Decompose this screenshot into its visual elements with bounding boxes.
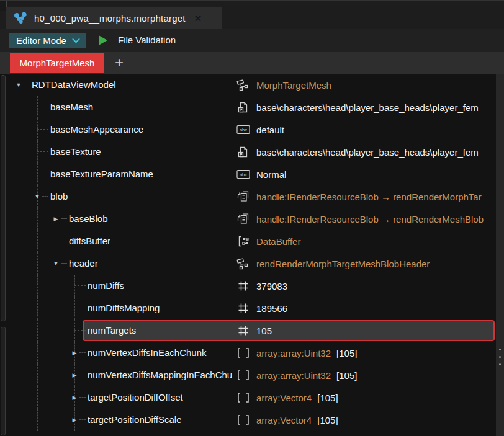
tree-panel: ▼RDTDataViewModelMorphTargetMeshbaseMesh… bbox=[0, 74, 496, 436]
property-name: baseMeshAppearance bbox=[50, 118, 143, 141]
tree-row-targetPositionDiffOffset[interactable]: ▶targetPositionDiffOffsetarray:Vector4[1… bbox=[0, 386, 496, 409]
splitter-grip-icon bbox=[499, 349, 501, 365]
property-value: base\characters\head\player_base_heads\p… bbox=[256, 102, 479, 113]
expander-closed-icon[interactable]: ▶ bbox=[50, 208, 62, 230]
right-splitter[interactable] bbox=[496, 74, 504, 436]
property-value-cell: rendRenderMorphTargetMeshBlobHeader bbox=[236, 252, 495, 275]
tree-connector bbox=[37, 129, 48, 130]
expander-closed-icon[interactable]: ▶ bbox=[68, 364, 81, 386]
class-icon bbox=[236, 79, 251, 91]
property-value: MorphTargetMesh bbox=[256, 80, 331, 91]
tab-morphtargetmesh[interactable]: MorphTargetMesh bbox=[10, 53, 104, 73]
indent-guide bbox=[56, 409, 56, 431]
handle-icon bbox=[236, 213, 251, 225]
tree-row-numTargets[interactable]: numTargets105 bbox=[0, 319, 496, 342]
property-value: array:array:Uint32 bbox=[256, 348, 331, 358]
property-value: handle:IRenderResourceBlob → rendRenderM… bbox=[256, 192, 482, 202]
tree-row-baseTextureParamName[interactable]: baseTextureParamNameabcNormal bbox=[0, 163, 496, 185]
tree-row-numVertexDiffsInEachChunk[interactable]: ▶numVertexDiffsInEachChunkarray:array:Ui… bbox=[0, 342, 496, 364]
left-scrollbar-track[interactable] bbox=[1, 75, 6, 321]
buffer-icon bbox=[236, 235, 251, 247]
tree-connector bbox=[37, 107, 48, 107]
file-validation-label: File Validation bbox=[118, 29, 176, 52]
indent-guide bbox=[56, 386, 56, 409]
tree-row-numDiffs[interactable]: numDiffs379083 bbox=[0, 275, 496, 297]
indent-guide bbox=[56, 364, 56, 386]
property-value: 379083 bbox=[256, 281, 287, 291]
chevron-down-icon bbox=[72, 35, 80, 43]
tree-connector bbox=[37, 151, 48, 152]
tree-connector bbox=[74, 285, 86, 286]
class-icon bbox=[236, 257, 251, 270]
toolbar: Editor Mode File Validation bbox=[0, 29, 504, 52]
property-value: 105 bbox=[256, 326, 272, 336]
property-value: default bbox=[256, 125, 284, 135]
expander-open-icon[interactable]: ▼ bbox=[12, 74, 25, 96]
tree-row-blob[interactable]: ▼blobhandle:IRenderResourceBlob → rendRe… bbox=[0, 185, 496, 208]
array-icon bbox=[236, 369, 251, 381]
tree-row-baseBlob[interactable]: ▶baseBlobhandle:IRenderResourceBlob → re… bbox=[0, 208, 496, 230]
property-value-cell: array:array:Uint32[105] bbox=[236, 364, 495, 386]
close-tab-icon[interactable]: ✕ bbox=[194, 13, 202, 24]
tree-row-numVertexDiffsMappingInEachChunk[interactable]: ▶numVertexDiffsMappingInEachChunkarray:a… bbox=[0, 364, 496, 386]
property-value: array:Vector4 bbox=[256, 393, 312, 403]
indent-guide bbox=[37, 118, 38, 141]
expander-open-icon[interactable]: ▼ bbox=[31, 185, 43, 208]
tree-row-numDiffsMapping[interactable]: numDiffsMapping189566 bbox=[0, 297, 496, 319]
hash-icon bbox=[236, 280, 251, 292]
tree-connector bbox=[74, 330, 86, 331]
expander-open-icon[interactable]: ▼ bbox=[50, 252, 62, 275]
tree-row-targetPositionDiffScale[interactable]: ▶targetPositionDiffScalearray:Vector4[10… bbox=[0, 409, 496, 431]
indent-guide bbox=[37, 141, 38, 163]
expander-closed-icon[interactable]: ▶ bbox=[68, 409, 81, 431]
property-name: numVertexDiffsInEachChunk bbox=[88, 342, 207, 364]
property-name: numTargets bbox=[88, 319, 136, 342]
tree-row-RDTDataViewModel[interactable]: ▼RDTDataViewModelMorphTargetMesh bbox=[0, 74, 496, 96]
property-value-cell: abcdefault bbox=[236, 118, 495, 141]
property-value: handle:IRenderResourceBlob → rendRenderM… bbox=[256, 214, 484, 225]
property-value: array:Vector4 bbox=[256, 415, 312, 425]
expander-closed-icon[interactable]: ▶ bbox=[68, 342, 81, 364]
tree-row-diffsBuffer[interactable]: diffsBufferDataBuffer bbox=[0, 230, 496, 252]
tree-row-baseMeshAppearance[interactable]: baseMeshAppearanceabcdefault bbox=[0, 118, 496, 141]
property-value: 189566 bbox=[256, 303, 287, 314]
indent-guide bbox=[37, 275, 38, 297]
tree-row-baseMesh[interactable]: baseMeshbase\characters\head\player_base… bbox=[0, 96, 496, 118]
property-value-cell: array:array:Uint32[105] bbox=[236, 342, 495, 364]
indent-guide bbox=[74, 275, 75, 297]
application-window: h0_000_pwa__morphs.morphtarget ✕ Editor … bbox=[0, 0, 504, 436]
tree-connector bbox=[37, 174, 48, 174]
tree-row-baseTexture[interactable]: baseTexturebase\characters\head\player_b… bbox=[0, 141, 496, 163]
property-name: diffsBuffer bbox=[69, 230, 110, 252]
ref-icon bbox=[236, 146, 251, 158]
indent-guide bbox=[56, 297, 56, 319]
indent-guide bbox=[37, 96, 38, 118]
indent-guide bbox=[74, 297, 75, 319]
file-tab[interactable]: h0_000_pwa__morphs.morphtarget ✕ bbox=[6, 7, 222, 30]
property-name: baseMesh bbox=[50, 96, 93, 118]
tree-row-header[interactable]: ▼headerrendRenderMorphTargetMeshBlobHead… bbox=[0, 252, 496, 275]
indent-guide bbox=[37, 409, 38, 431]
ref-icon bbox=[236, 101, 251, 113]
property-value: array:array:Uint32 bbox=[256, 370, 331, 381]
tree-connector bbox=[74, 308, 86, 308]
run-file-validation-button[interactable] bbox=[99, 35, 107, 45]
add-tab-button[interactable]: + bbox=[112, 52, 127, 74]
editor-mode-dropdown[interactable]: Editor Mode bbox=[9, 33, 86, 48]
array-icon bbox=[236, 347, 251, 359]
indent-guide bbox=[56, 230, 56, 252]
property-value: DataBuffer bbox=[256, 236, 300, 247]
chunk-tab-bar: MorphTargetMesh + bbox=[0, 52, 504, 74]
property-name: baseTexture bbox=[50, 141, 101, 163]
indent-guide bbox=[37, 319, 38, 342]
editor-mode-label: Editor Mode bbox=[16, 35, 66, 46]
property-value-cell: array:Vector4[105] bbox=[236, 409, 495, 431]
indent-guide bbox=[37, 252, 38, 275]
abc-icon: abc bbox=[236, 125, 251, 135]
property-value-cell: 379083 bbox=[236, 275, 495, 297]
tab-label: MorphTargetMesh bbox=[20, 58, 95, 68]
expander-closed-icon[interactable]: ▶ bbox=[68, 386, 81, 409]
left-scrollbar-thumb[interactable] bbox=[1, 327, 6, 435]
file-tab-bar: h0_000_pwa__morphs.morphtarget ✕ bbox=[0, 0, 504, 30]
property-name: RDTDataViewModel bbox=[32, 74, 116, 96]
